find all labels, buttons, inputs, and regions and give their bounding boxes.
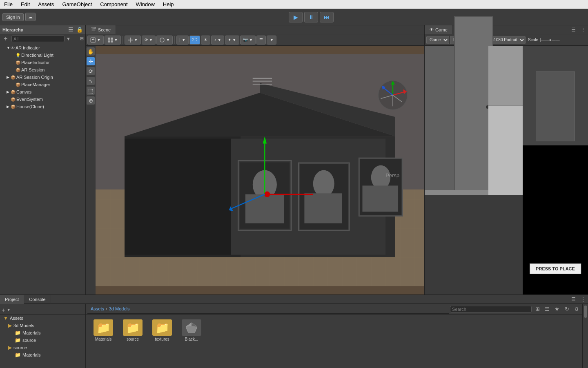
folder-icon-materials-2: 📁 — [15, 352, 21, 358]
game-menu-icon[interactable]: ☰ — [569, 27, 578, 33]
hierarchy-lock-icon[interactable]: 🔒 — [76, 27, 83, 33]
pause-button[interactable]: ⏸ — [304, 12, 318, 22]
scene-tool-light[interactable]: ☀ — [201, 36, 210, 45]
project-add-icon[interactable]: + — [2, 307, 5, 313]
scene-tool-grid[interactable]: ▼ — [105, 36, 121, 45]
breadcrumb-assets[interactable]: Assets — [91, 306, 104, 311]
tree-3d-models-label: 3d Models — [13, 323, 34, 328]
press-to-place-button[interactable]: PRESS TO PLACE — [530, 263, 581, 274]
hierarchy-item-place-manager[interactable]: 📦 PlaceManager — [0, 81, 85, 88]
rotate-tool[interactable]: ⟳ — [87, 67, 95, 75]
scene-tool-camera[interactable]: 📷 ▼ — [240, 36, 256, 45]
file-item-textures[interactable]: 📁 textures — [148, 318, 176, 343]
icon-canvas: 📦 — [11, 90, 16, 94]
menu-edit[interactable]: Edit — [17, 1, 34, 7]
tab-console[interactable]: Console — [24, 295, 51, 304]
tree-source-1[interactable]: 📁 source — [0, 337, 85, 344]
game-tab-game[interactable]: 👁 Game — [425, 25, 453, 34]
hierarchy-item-ar-session[interactable]: 📦 AR Session — [0, 66, 85, 74]
proj-tb-icon-1[interactable]: ⊞ — [533, 305, 541, 313]
hierarchy-item-canvas[interactable]: ▶ 📦 Canvas — [0, 88, 85, 96]
game-right-panel — [536, 71, 575, 141]
scene-tool-audio[interactable]: ♪ ▼ — [211, 36, 224, 45]
cloud-button[interactable]: ☁ — [25, 13, 36, 21]
hierarchy-item-house-clone[interactable]: ▶ 📦 House(Clone) — [0, 103, 85, 110]
file-item-source[interactable]: 📁 source — [118, 318, 147, 343]
game-panel: 👁 Game ☰ ⋮ Game Display 1 1920x1080 Port… — [425, 25, 588, 294]
proj-tb-icon-4[interactable]: ↻ — [563, 305, 571, 313]
tree-materials-1[interactable]: 📁 Materials — [0, 329, 85, 337]
scene-tab-scene[interactable]: 🎬 Scene — [86, 25, 116, 34]
project-scrollbar[interactable] — [582, 304, 588, 368]
scene-toolbar: ▼ ▼ ▼ ⟳ ▼ ▼ | ▼ 2D ☀ ♪ ▼ ✦ ▼ — [86, 34, 424, 46]
game-view[interactable]: PRESS TO PLACE — [425, 46, 588, 294]
scene-tool-2d[interactable]: 2D — [189, 36, 200, 45]
hierarchy-item-directional-light[interactable]: 💡 Directional Light — [0, 51, 85, 59]
file-item-materials[interactable]: 📁 Materials — [89, 318, 118, 343]
hand-tool[interactable]: ✋ — [87, 47, 95, 56]
breadcrumb-3d-models[interactable]: 3d Models — [109, 306, 130, 311]
bottom-menu-icon[interactable]: ☰ — [569, 297, 578, 302]
menu-assets[interactable]: Assets — [34, 1, 58, 7]
game-panel-lower — [488, 105, 523, 195]
project-search-input[interactable] — [450, 306, 532, 312]
scene-tool-pivot[interactable]: | ▼ — [176, 36, 188, 45]
menu-gameobject[interactable]: GameObject — [58, 1, 96, 7]
game-toolbar: Game Display 1 1920x1080 Portrait Scale … — [425, 34, 588, 46]
tree-source-2[interactable]: ▶ source — [0, 344, 85, 351]
menu-help[interactable]: Help — [159, 1, 178, 7]
tree-materials-2-label: Materials — [22, 352, 41, 357]
game-side-panel — [488, 46, 523, 195]
hierarchy-item-ar-indicator[interactable]: ▼ 👁 AR indicator — [0, 44, 85, 51]
game-lock-icon[interactable]: ⋮ — [578, 27, 588, 33]
hierarchy-extra-icon[interactable]: ⊞ — [80, 36, 84, 41]
icon-place-manager: 📦 — [16, 83, 20, 87]
project-expand-icon[interactable]: ▼ — [7, 308, 11, 312]
game-door-frame — [454, 16, 493, 195]
menu-file[interactable]: File — [0, 1, 17, 7]
tab-project[interactable]: Project — [0, 295, 24, 304]
scene-3d-viewport[interactable]: Persp — [96, 46, 424, 294]
scene-tool-hand[interactable]: ▼ — [87, 36, 104, 45]
hierarchy-item-ar-session-origin[interactable]: ▶ 📦 AR Session Origin — [0, 74, 85, 81]
scene-toolbar-sep1 — [122, 36, 123, 44]
project-top-toolbar: Assets › 3d Models ⊞ ☰ ★ ↻ 8 — [86, 304, 582, 314]
file-item-black-mesh[interactable]: Black... — [177, 318, 206, 343]
scene-tab-label: Scene — [98, 27, 111, 32]
proj-tb-icon-5[interactable]: 8 — [572, 305, 581, 313]
hierarchy-menu-icon[interactable]: ☰ — [68, 27, 73, 33]
scene-tool-move[interactable]: ▼ — [125, 36, 141, 45]
proj-tb-icon-3[interactable]: ★ — [553, 305, 561, 313]
bottom-lock-icon[interactable]: ⋮ — [578, 297, 588, 302]
scene-tool-rotate[interactable]: ⟳ ▼ — [142, 36, 156, 45]
scale-tool[interactable]: ⤡ — [87, 77, 95, 85]
step-button[interactable]: ⏭ — [320, 12, 334, 22]
scene-tool-gizmos[interactable]: ☰ — [256, 36, 266, 45]
game-display-select[interactable]: Game — [426, 36, 449, 44]
menu-component[interactable]: Component — [96, 1, 131, 7]
menu-window[interactable]: Window — [132, 1, 159, 7]
hierarchy-add-icon[interactable]: + — [2, 35, 10, 43]
select-tool[interactable]: ✛ — [87, 57, 95, 65]
scrollbar-thumb[interactable] — [584, 306, 587, 318]
label-canvas: Canvas — [16, 89, 31, 94]
play-button[interactable]: ▶ — [289, 12, 303, 22]
sign-in-button[interactable]: Sign in — [2, 13, 24, 21]
hierarchy-item-event-system[interactable]: 📦 EventSystem — [0, 96, 85, 103]
proj-tb-icon-2[interactable]: ☰ — [543, 305, 551, 313]
tree-3d-models[interactable]: ▶ 3d Models — [0, 322, 85, 329]
scene-tool-extra[interactable]: ▼ — [267, 36, 276, 45]
hierarchy-search[interactable] — [11, 36, 65, 42]
transform-tool[interactable]: ⊕ — [87, 96, 95, 105]
rect-tool[interactable]: ⬚ — [87, 87, 95, 95]
scene-tool-handle[interactable]: ▼ — [156, 36, 173, 45]
scene-tool-vfx[interactable]: ✦ ▼ — [225, 36, 239, 45]
tree-source-1-label: source — [22, 338, 36, 343]
icon-ar-session: 📦 — [16, 68, 20, 72]
hierarchy-item-place-indicator[interactable]: 📦 PlaceIndicator — [0, 59, 85, 66]
hierarchy-filter-icon[interactable]: ▼ — [66, 36, 71, 41]
tree-assets[interactable]: ▼ Assets — [0, 314, 85, 322]
project-files-area: Assets › 3d Models ⊞ ☰ ★ ↻ 8 📁 Material — [86, 304, 582, 368]
tree-materials-2[interactable]: 📁 Materials — [0, 351, 85, 359]
svg-rect-0 — [91, 38, 96, 42]
